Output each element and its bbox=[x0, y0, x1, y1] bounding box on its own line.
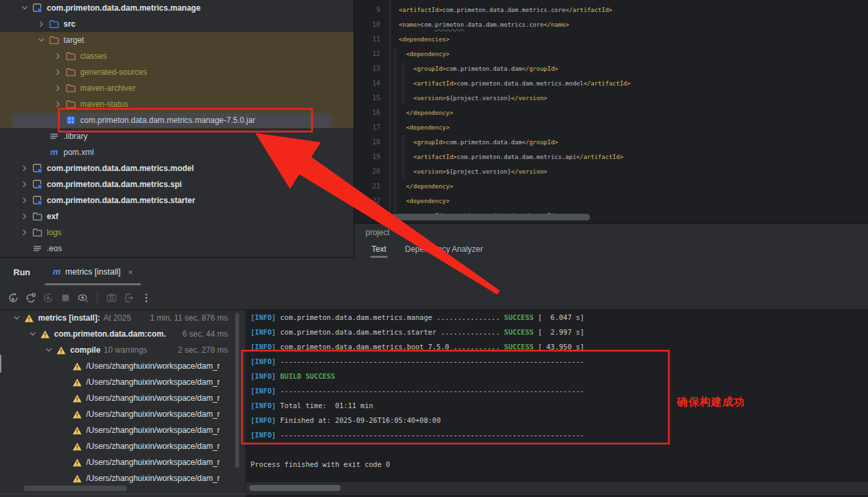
project-tree-row[interactable]: logs bbox=[0, 224, 353, 240]
code-line: <version>${project.version}</version> bbox=[392, 164, 631, 179]
chevron-down-icon[interactable] bbox=[12, 313, 21, 323]
project-tree-row[interactable]: com.primeton.data.dam.metrics.starter bbox=[0, 192, 353, 208]
chevron-right-icon[interactable] bbox=[20, 228, 29, 237]
tab-text[interactable]: Text bbox=[362, 240, 396, 258]
line-number: 11 bbox=[354, 32, 390, 47]
project-tree-row[interactable]: com.primeton.data.dam.metrics.manage-7.5… bbox=[0, 112, 353, 128]
screenshot-icon[interactable] bbox=[106, 292, 118, 304]
export-output-icon[interactable] bbox=[123, 292, 135, 304]
line-number: 22 bbox=[354, 194, 390, 208]
project-tree-row[interactable]: mpom.xml bbox=[0, 144, 353, 160]
chevron-right-icon[interactable] bbox=[20, 164, 29, 173]
warning-icon bbox=[72, 426, 82, 436]
run-tree-row[interactable]: com.primeton.data.dam:com.6 sec, 44 ms bbox=[0, 326, 245, 342]
warning-icon bbox=[40, 329, 50, 339]
run-tree-row[interactable]: /Users/zhanghuixin/workspace/dam_r bbox=[0, 390, 245, 406]
run-tab-label: metrics [install] bbox=[65, 267, 121, 277]
run-tree-row[interactable]: /Users/zhanghuixin/workspace/dam_r bbox=[0, 358, 245, 374]
console-line: [INFO] com.primeton.data.dam.metrics.man… bbox=[246, 310, 868, 325]
editor-horizontal-scrollbar[interactable] bbox=[391, 214, 590, 220]
rerun-with-icon[interactable] bbox=[25, 292, 37, 304]
chevron-right-icon[interactable] bbox=[53, 84, 63, 93]
tree-item-label: com.primeton.data.dam.metrics.manage bbox=[47, 3, 200, 13]
project-tree-row[interactable]: .library bbox=[0, 128, 353, 144]
project-tree-row[interactable]: com.primeton.data.dam.metrics.spi bbox=[0, 176, 353, 192]
project-tree-row[interactable]: exf bbox=[0, 208, 353, 224]
run-tree-row[interactable]: /Users/zhanghuixin/workspace/dam_r bbox=[0, 470, 245, 486]
build-console-output[interactable]: [INFO] com.primeton.data.dam.metrics.man… bbox=[246, 310, 868, 482]
console-line: [INFO] ---------------------------------… bbox=[246, 383, 868, 398]
console-line: [INFO] Total time: 01:11 min bbox=[246, 398, 868, 413]
project-tree-row[interactable]: com.primeton.data.dam.metrics.model bbox=[0, 160, 353, 176]
code-line: <artifactId>com.primeton.data.dam.metric… bbox=[392, 3, 631, 17]
console-line: [INFO] BUILD SUCCESS bbox=[246, 369, 868, 383]
project-tree-row[interactable]: src bbox=[0, 16, 353, 32]
chevron-right-icon[interactable] bbox=[20, 212, 29, 221]
run-tab-metrics-install[interactable]: m metrics [install] × bbox=[45, 258, 141, 286]
close-icon[interactable]: × bbox=[128, 267, 134, 277]
run-tree-row[interactable]: /Users/zhanghuixin/workspace/dam_r bbox=[0, 406, 245, 422]
chevron-down-icon[interactable] bbox=[44, 345, 53, 355]
warning-icon bbox=[72, 442, 82, 452]
run-tree-vertical-scrollbar[interactable] bbox=[235, 313, 239, 468]
view-options-icon[interactable] bbox=[77, 292, 89, 304]
code-line: <artifactId>com.primeton.data.dam.metric… bbox=[392, 150, 631, 164]
xml-editor[interactable]: 91011121314151617181920212223 <artifactI… bbox=[354, 0, 868, 223]
run-tree-row[interactable]: /Users/zhanghuixin/workspace/dam_r bbox=[0, 454, 245, 470]
chevron-right-icon[interactable] bbox=[37, 19, 46, 29]
tree-item-label: .eos bbox=[47, 244, 62, 253]
resume-icon[interactable] bbox=[42, 292, 54, 304]
chevron-down-icon[interactable] bbox=[20, 3, 29, 13]
module-icon bbox=[32, 179, 43, 190]
tree-item-label: com.primeton.data.dam.metrics.starter bbox=[47, 196, 195, 205]
tab-dependency-analyzer[interactable]: Dependency Analyzer bbox=[396, 240, 492, 258]
folder-blue-icon bbox=[49, 19, 59, 29]
code-line: <artifactId>com.primeton.data.dam.metric… bbox=[392, 76, 631, 91]
run-tree-row[interactable]: /Users/zhanghuixin/workspace/dam_r bbox=[0, 422, 245, 438]
code-line: <groupId>com.primeton.data.dam</groupId> bbox=[392, 135, 631, 150]
breadcrumb-item[interactable]: project bbox=[366, 228, 390, 237]
tree-item-label: generated-sources bbox=[80, 67, 147, 77]
run-tree-row[interactable]: compile10 warnings2 sec, 278 ms bbox=[0, 342, 245, 358]
run-results-tree: metrics [install]:At 20251 min, 11 sec, … bbox=[0, 310, 245, 486]
toolwindow-stripe-indicator bbox=[0, 355, 1, 373]
project-tree-row[interactable]: maven-status bbox=[0, 96, 353, 112]
project-tree-row[interactable]: .eos bbox=[0, 240, 353, 257]
chevron-down-icon[interactable] bbox=[37, 35, 46, 45]
console-horizontal-scrollbar[interactable] bbox=[249, 485, 341, 491]
rerun-icon[interactable] bbox=[7, 292, 19, 304]
chevron-right-icon[interactable] bbox=[20, 180, 29, 189]
chevron-right-icon[interactable] bbox=[53, 100, 63, 109]
run-tree-horizontal-scrollbar[interactable] bbox=[23, 486, 127, 491]
run-tree-row[interactable]: /Users/zhanghuixin/workspace/dam_r bbox=[0, 374, 245, 390]
run-tree-row[interactable]: /Users/zhanghuixin/workspace/dam_r bbox=[0, 438, 245, 454]
line-number: 17 bbox=[354, 120, 390, 135]
project-tree-row[interactable]: classes bbox=[0, 48, 353, 64]
chevron-right-icon[interactable] bbox=[53, 67, 63, 77]
run-item-duration: 6 sec, 44 ms bbox=[182, 329, 228, 339]
run-toolbar bbox=[0, 286, 868, 310]
run-item-label: metrics [install]: bbox=[38, 313, 100, 323]
line-number: 21 bbox=[354, 179, 390, 194]
line-number: 12 bbox=[354, 47, 390, 61]
more-options-icon[interactable] bbox=[140, 292, 152, 304]
line-number: 9 bbox=[354, 3, 390, 17]
tree-item-label: exf bbox=[47, 212, 58, 221]
project-tree-row[interactable]: maven-archiver bbox=[0, 80, 353, 96]
tree-item-label: classes bbox=[80, 51, 107, 61]
project-tree-row[interactable]: target bbox=[0, 32, 353, 48]
project-tree-row[interactable]: com.primeton.data.dam.metrics.manage bbox=[0, 0, 353, 16]
run-tree-row[interactable]: metrics [install]:At 20251 min, 11 sec, … bbox=[0, 310, 245, 326]
chevron-right-icon[interactable] bbox=[20, 196, 29, 205]
folder-orange-icon bbox=[65, 67, 76, 77]
editor-bottom-tabs: Text Dependency Analyzer bbox=[354, 240, 868, 259]
chevron-right-icon[interactable] bbox=[53, 51, 63, 61]
console-line: [INFO] ---------------------------------… bbox=[246, 354, 868, 369]
editor-code[interactable]: <artifactId>com.primeton.data.dam.metric… bbox=[392, 3, 631, 223]
tree-item-label: target bbox=[63, 35, 84, 45]
line-number: 16 bbox=[354, 106, 390, 120]
run-item-label: /Users/zhanghuixin/workspace/dam_r bbox=[86, 426, 220, 435]
chevron-down-icon[interactable] bbox=[28, 329, 37, 339]
project-tree-row[interactable]: generated-sources bbox=[0, 64, 353, 80]
stop-icon[interactable] bbox=[59, 292, 71, 304]
